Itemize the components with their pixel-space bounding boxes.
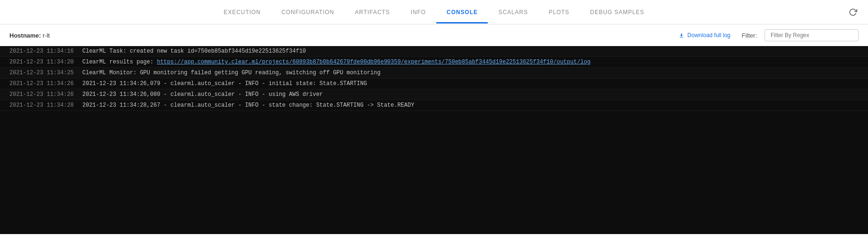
- download-icon: [678, 32, 685, 39]
- log-link[interactable]: https://app.community.clear.ml/projects/…: [157, 59, 590, 65]
- toolbar-right: Download full log Filter:: [675, 29, 859, 41]
- log-timestamp: 2021-12-23 11:34:26: [9, 91, 82, 98]
- hostname-display: Hostname: r-lt: [9, 32, 50, 39]
- log-row: 2021-12-23 11:34:25ClearML Monitor: GPU …: [0, 68, 868, 78]
- top-navigation: EXECUTIONCONFIGURATIONARTIFACTSINFOCONSO…: [0, 0, 868, 24]
- log-row: 2021-12-23 11:34:20ClearML results page:…: [0, 57, 868, 68]
- refresh-icon: [849, 8, 857, 16]
- filter-label: Filter:: [742, 32, 757, 39]
- nav-tab-artifacts[interactable]: ARTIFACTS: [344, 1, 400, 23]
- hostname-key: Hostname:: [9, 32, 43, 39]
- nav-tab-info[interactable]: INFO: [400, 1, 437, 23]
- log-message: 2021-12-23 11:34:26,079 - clearml.auto_s…: [82, 80, 367, 87]
- nav-tab-plots[interactable]: PLOTS: [538, 1, 580, 23]
- log-row: 2021-12-23 11:34:16ClearML Task: created…: [0, 46, 868, 57]
- log-message: 2021-12-23 11:34:28,267 - clearml.auto_s…: [82, 102, 414, 109]
- log-timestamp: 2021-12-23 11:34:16: [9, 48, 82, 55]
- hostname-value: r-lt: [43, 32, 50, 39]
- toolbar: Hostname: r-lt Download full log Filter:: [0, 24, 868, 46]
- nav-tab-configuration[interactable]: CONFIGURATION: [271, 1, 344, 23]
- nav-tab-console[interactable]: CONSOLE: [436, 1, 488, 23]
- log-timestamp: 2021-12-23 11:34:26: [9, 80, 82, 87]
- log-message: ClearML Monitor: GPU monitoring failed g…: [82, 70, 381, 76]
- nav-tab-scalars[interactable]: SCALARS: [488, 1, 538, 23]
- nav-tab-debug-samples[interactable]: DEBUG SAMPLES: [580, 1, 654, 23]
- download-full-log-button[interactable]: Download full log: [675, 30, 734, 40]
- refresh-button[interactable]: [845, 5, 860, 20]
- filter-regex-input[interactable]: [764, 29, 859, 41]
- log-timestamp: 2021-12-23 11:34:20: [9, 59, 82, 65]
- log-timestamp: 2021-12-23 11:34:28: [9, 102, 82, 109]
- log-row: 2021-12-23 11:34:262021-12-23 11:34:26,0…: [0, 89, 868, 100]
- log-message: ClearML results page: https://app.commun…: [82, 59, 590, 65]
- nav-tabs: EXECUTIONCONFIGURATIONARTIFACTSINFOCONSO…: [213, 1, 654, 23]
- log-message: 2021-12-23 11:34:26,080 - clearml.auto_s…: [82, 91, 323, 98]
- log-row: 2021-12-23 11:34:282021-12-23 11:34:28,2…: [0, 100, 868, 111]
- log-message: ClearML Task: created new task id=750eb8…: [82, 48, 306, 55]
- download-label: Download full log: [687, 32, 730, 39]
- log-row: 2021-12-23 11:34:262021-12-23 11:34:26,0…: [0, 78, 868, 89]
- log-timestamp: 2021-12-23 11:34:25: [9, 70, 82, 76]
- console-output: 2021-12-23 11:34:16ClearML Task: created…: [0, 46, 868, 234]
- nav-tab-execution[interactable]: EXECUTION: [213, 1, 271, 23]
